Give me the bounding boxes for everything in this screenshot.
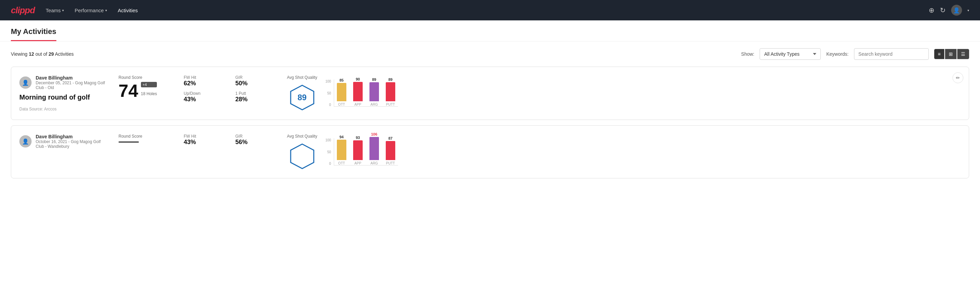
updown-stat: Up/Down 43%	[184, 91, 224, 103]
user-avatar-button[interactable]: 👤	[951, 5, 962, 16]
view-list-compact-button[interactable]: ≡	[934, 49, 944, 59]
activity-date: October 16, 2021 - Gog Magog Golf Club -…	[36, 139, 108, 149]
user-info: Dave Billingham December 05, 2021 - Gog …	[36, 75, 108, 90]
search-input[interactable]	[854, 48, 929, 60]
updown-label: Up/Down	[184, 91, 224, 96]
activity-card: 👤 Dave Billingham October 16, 2021 - Gog…	[11, 125, 969, 179]
nav-item-performance[interactable]: Performance ▾	[75, 6, 107, 14]
data-source: Data Source: Arccos	[19, 107, 108, 112]
bar-x-label-app: APP	[355, 161, 361, 165]
round-score-label: Round Score	[119, 75, 173, 80]
bar-x-label-arg: ARG	[371, 103, 378, 106]
hexagon: 89	[289, 84, 316, 111]
bar-group-arg: 89 ARG	[369, 77, 379, 106]
nav-item-teams[interactable]: Teams ▾	[46, 6, 64, 14]
bar-group-ott: 94 OTT	[337, 135, 346, 165]
bar-ott	[337, 83, 346, 101]
refresh-icon[interactable]: ↻	[940, 6, 946, 14]
view-list-full-button[interactable]: ☰	[957, 49, 969, 59]
navbar-right: ⊕ ↻ 👤 ▾	[929, 5, 969, 16]
bar-group-app: 93 APP	[353, 136, 363, 165]
bar-label-arg-value: 89	[372, 77, 376, 81]
bar-group-putt: 87 PUTT	[386, 136, 395, 165]
bar-label-putt-value: 89	[388, 77, 393, 81]
y-label-100: 100	[325, 80, 331, 83]
bar-label-app-value: 90	[356, 77, 360, 81]
logo[interactable]: clippd	[11, 5, 35, 16]
page-title: My Activities	[11, 27, 56, 41]
y-label-50: 50	[325, 150, 331, 154]
avatar-icon: 👤	[22, 80, 29, 86]
y-label-50: 50	[325, 91, 331, 95]
activity-type-select[interactable]: All Activity Types	[760, 48, 821, 60]
bar-label-putt-value: 87	[388, 136, 393, 141]
score-diff-badge: +4	[141, 82, 157, 87]
gir-value: 50%	[235, 80, 276, 87]
gir-stat: GIR 50%	[235, 75, 276, 87]
card-left: 👤 Dave Billingham December 05, 2021 - Go…	[19, 75, 108, 112]
keywords-label: Keywords:	[826, 51, 848, 57]
bar-group-app: 90 APP	[353, 77, 363, 106]
bar-arg	[369, 137, 379, 160]
bar-label-arg-value: 106	[371, 132, 377, 136]
activity-date: December 05, 2021 - Gog Magog Golf Club …	[36, 81, 108, 90]
activities-list: ✏ 👤 Dave Billingham December 05, 2021 - …	[0, 67, 980, 189]
view-grid-button[interactable]: ⊞	[945, 49, 956, 59]
fw-hit-stat: FW Hit 62%	[184, 75, 224, 87]
fw-hit-stat: FW Hit 43%	[184, 134, 224, 146]
gir-label: GIR	[235, 75, 276, 80]
oneputt-value: 28%	[235, 96, 276, 103]
bar-group-ott: 85 OTT	[337, 78, 346, 106]
round-score-label: Round Score	[119, 134, 173, 139]
hexagon-container: Avg Shot Quality 89	[287, 75, 317, 111]
y-label-100: 100	[325, 138, 331, 142]
bar-x-label-putt: PUTT	[386, 103, 395, 106]
gir-value: 56%	[235, 139, 276, 146]
shot-quality-label: Avg Shot Quality	[287, 134, 317, 139]
oneputt-label: 1 Putt	[235, 91, 276, 96]
fw-hit-label: FW Hit	[184, 75, 224, 80]
bar-label-ott-value: 85	[340, 78, 344, 82]
nav-label-performance: Performance	[75, 8, 104, 13]
bar-label-ott-value: 94	[340, 135, 344, 139]
avatar: 👤	[19, 77, 32, 89]
score-section: Round Score 74 +4 18 Holes	[119, 75, 173, 101]
gir-stat: GIR 56%	[235, 134, 276, 146]
filter-bar: Viewing 12 out of 29 Activities Show: Al…	[0, 42, 980, 67]
hexagon	[289, 143, 316, 170]
page-content: My Activities Viewing 12 out of 29 Activ…	[0, 21, 980, 297]
bar-app	[353, 141, 363, 160]
activity-card: ✏ 👤 Dave Billingham December 05, 2021 - …	[11, 67, 969, 120]
bar-label-app-value: 93	[356, 136, 360, 140]
user-row: 👤 Dave Billingham October 16, 2021 - Gog…	[19, 134, 108, 149]
stats-section: FW Hit 62% Up/Down 43%	[184, 75, 224, 107]
bar-group-putt: 89 PUTT	[386, 77, 395, 106]
edit-button[interactable]: ✏	[953, 72, 963, 83]
bar-ott	[337, 140, 346, 160]
bar-x-label-putt: PUTT	[386, 161, 395, 165]
user-name: Dave Billingham	[36, 75, 108, 81]
hexagon-value: 89	[298, 93, 307, 102]
bar-chart-container: 100 50 0 85 OTT 90	[325, 80, 961, 107]
chevron-down-icon: ▾	[62, 8, 64, 12]
score-main: 74 +4 18 Holes	[119, 82, 173, 99]
score-holes: 18 Holes	[141, 91, 157, 96]
bar-putt	[386, 141, 395, 160]
updown-value: 43%	[184, 96, 224, 103]
card-left: 👤 Dave Billingham October 16, 2021 - Gog…	[19, 134, 108, 152]
bar-x-label-app: APP	[355, 103, 361, 106]
svg-marker-1	[291, 144, 314, 169]
stats-section-2: GIR 56%	[235, 134, 276, 150]
stats-section: FW Hit 43%	[184, 134, 224, 150]
add-icon[interactable]: ⊕	[929, 6, 934, 14]
bar-arg	[369, 82, 379, 101]
nav-label-teams: Teams	[46, 8, 61, 13]
score-section: Round Score	[119, 134, 173, 143]
nav-item-activities[interactable]: Activities	[118, 6, 138, 14]
bar-chart-container: 100 50 0 94 OTT 93	[325, 138, 961, 166]
bar-app	[353, 82, 363, 101]
user-chevron-icon[interactable]: ▾	[967, 8, 969, 12]
shot-quality-section: Avg Shot Quality 89 100 50	[287, 75, 961, 111]
bar-x-label-ott: OTT	[338, 161, 345, 165]
shot-quality-section: Avg Shot Quality 100 50 0	[287, 134, 961, 170]
